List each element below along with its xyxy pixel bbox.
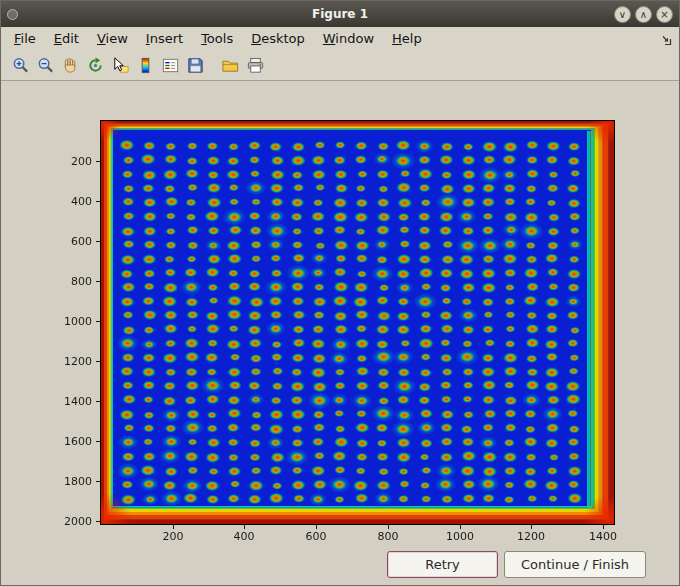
menubar: File Edit View Insert Tools Desktop Wind… — [1, 27, 679, 50]
save-figure-button[interactable] — [183, 53, 207, 77]
figure-canvas-area: Retry Continue / Finish — [1, 81, 679, 585]
plot-canvas[interactable] — [1, 81, 680, 553]
zoom-in-icon — [11, 56, 30, 75]
figure-window: Figure 1 ∨ ∧ × File Edit View Insert Too… — [0, 0, 680, 586]
dock-arrow-icon — [660, 34, 673, 47]
menu-file[interactable]: File — [5, 29, 45, 48]
retry-button[interactable]: Retry — [387, 551, 498, 578]
print-figure-button[interactable] — [243, 53, 267, 77]
titlebar[interactable]: Figure 1 ∨ ∧ × — [1, 1, 679, 27]
data-cursor-button[interactable] — [108, 53, 132, 77]
zoom-out-icon — [36, 56, 55, 75]
minimize-button[interactable]: ∨ — [614, 6, 631, 23]
dock-figure-button[interactable] — [660, 32, 673, 51]
colorbar-icon — [136, 56, 155, 75]
data-cursor-icon — [111, 56, 130, 75]
insert-legend-button[interactable] — [158, 53, 182, 77]
menu-window[interactable]: Window — [314, 29, 383, 48]
menu-help[interactable]: Help — [383, 29, 431, 48]
menu-desktop[interactable]: Desktop — [242, 29, 314, 48]
insert-colorbar-button[interactable] — [133, 53, 157, 77]
open-folder-icon — [221, 56, 240, 75]
save-floppy-icon — [186, 56, 205, 75]
menu-insert[interactable]: Insert — [137, 29, 192, 48]
maximize-button[interactable]: ∧ — [635, 6, 652, 23]
continue-finish-button[interactable]: Continue / Finish — [504, 551, 646, 578]
rotate-3d-button[interactable] — [83, 53, 107, 77]
pan-button[interactable] — [58, 53, 82, 77]
window-menu-icon[interactable] — [7, 9, 18, 20]
open-file-button[interactable] — [218, 53, 242, 77]
menu-view[interactable]: View — [88, 29, 137, 48]
printer-icon — [246, 56, 265, 75]
figure-toolbar — [1, 50, 679, 81]
menu-tools[interactable]: Tools — [192, 29, 242, 48]
window-title: Figure 1 — [1, 7, 679, 21]
menu-edit[interactable]: Edit — [45, 29, 88, 48]
zoom-in-button[interactable] — [8, 53, 32, 77]
legend-icon — [161, 56, 180, 75]
close-button[interactable]: × — [656, 6, 673, 23]
window-controls: ∨ ∧ × — [614, 6, 673, 23]
hand-pan-icon — [61, 56, 80, 75]
rotate-3d-icon — [86, 56, 105, 75]
zoom-out-button[interactable] — [33, 53, 57, 77]
